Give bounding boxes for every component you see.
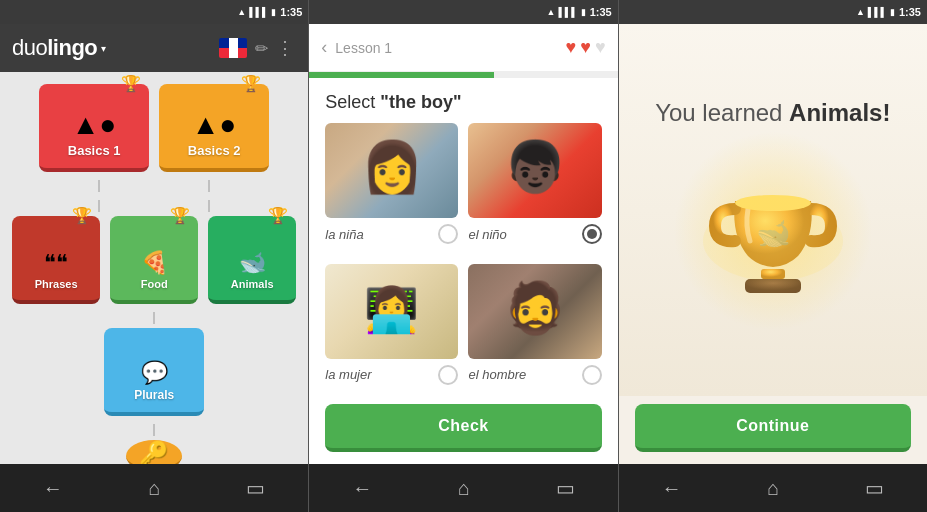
check-button[interactable]: Check [325,404,601,452]
status-bar-panel1: ▲ ▌▌▌ ▮ 1:35 [0,0,308,24]
choice-hombre[interactable]: el hombre [468,264,601,395]
continue-button[interactable]: Continue [635,404,911,452]
recents-button-p1[interactable]: ▭ [230,468,281,508]
nino-label-row: el niño [468,222,601,246]
back-arrow-p2[interactable]: ‹ [321,37,327,58]
basics1-label: Basics 1 [68,143,121,158]
trophy-animals: 🏆 [268,206,288,225]
lock-icon: 🔑 [126,440,182,464]
battery-icon: ▮ [271,7,276,17]
hearts-area: ♥ ♥ ♥ [566,37,606,58]
status-icons-p2: ▲ ▌▌▌ ▮ [547,7,586,17]
bottom-nav-p2: ← ⌂ ▭ [309,464,617,512]
animals-icon: 🐋 [239,252,266,274]
skill-animals[interactable]: 🏆 🐋 Animals [208,216,296,304]
home-button-p3[interactable]: ⌂ [751,469,795,508]
wifi-icon-p2: ▲ [547,7,556,17]
duolingo-logo: duolingo ▾ [12,35,106,61]
trophy-basics2: 🏆 [241,74,261,93]
connector-6 [153,424,155,436]
nino-text: el niño [468,227,506,242]
status-time-p3: 1:35 [899,6,921,18]
plurals-label: Plurals [134,388,174,402]
connector-3 [98,200,100,212]
choice-mujer[interactable]: la mujer [325,264,458,395]
recents-button-p3[interactable]: ▭ [849,468,900,508]
image-choices-grid: la niña el niño la mujer el hombre [309,123,617,404]
skills-row-2: 🏆 ❝❝ Phrases 🏆 🍕 Food 🏆 🐋 Animals [12,216,296,304]
basics1-icon: ▲● [72,111,117,139]
status-time-p1: 1:35 [280,6,302,18]
connector-2 [208,180,210,192]
app-header: duolingo ▾ ✏ ⋮ [0,24,308,72]
question-word: "the boy" [380,92,461,112]
battery-icon-p3: ▮ [890,7,895,17]
nino-radio[interactable] [582,224,602,244]
bottom-nav-p3: ← ⌂ ▭ [619,464,927,512]
connector-5 [153,312,155,324]
back-button-p1[interactable]: ← [27,469,79,508]
back-button-p2[interactable]: ← [336,469,388,508]
lock-symbol: 🔑 [139,440,169,464]
connector-4 [208,200,210,212]
mujer-radio[interactable] [438,365,458,385]
logo-dropdown-arrow[interactable]: ▾ [101,43,106,54]
phrases-label: Phrases [35,278,78,290]
phrases-icon: ❝❝ [44,252,68,274]
food-label: Food [141,278,168,290]
skill-food[interactable]: 🏆 🍕 Food [110,216,198,304]
basics2-icon: ▲● [192,111,237,139]
hombre-radio[interactable] [582,365,602,385]
back-button-p3[interactable]: ← [646,469,698,508]
nina-radio[interactable] [438,224,458,244]
skill-plurals[interactable]: 💬 Plurals [104,328,204,416]
question-text: Select "the boy" [309,78,617,123]
signal-icon: ▌▌▌ [249,7,268,17]
language-flag[interactable] [219,38,247,58]
completion-content: You learned Animals! [619,24,927,396]
edit-icon[interactable]: ✏ [255,39,268,58]
trophy-phrases: 🏆 [72,206,92,225]
hombre-label-row: el hombre [468,363,601,387]
trophy-container: 🐋 [693,151,853,311]
nino-image [468,123,601,218]
skills-container: 🏆 ▲● Basics 1 🏆 ▲● Basics 2 🏆 ❝❝ [0,72,308,464]
mujer-image [325,264,458,359]
choice-nino[interactable]: el niño [468,123,601,254]
skill-basics1[interactable]: 🏆 ▲● Basics 1 [39,84,149,172]
header-right-actions: ✏ ⋮ [219,37,296,59]
skills-row-1: 🏆 ▲● Basics 1 🏆 ▲● Basics 2 [39,84,269,172]
trophy-basics1: 🏆 [121,74,141,93]
completion-title: You learned Animals! [655,99,890,127]
hombre-image [468,264,601,359]
status-bar-panel2: ▲ ▌▌▌ ▮ 1:35 [309,0,617,24]
title-pre: You learned [655,99,789,126]
trophy-food: 🏆 [170,206,190,225]
nina-label-row: la niña [325,222,458,246]
heart-2: ♥ [580,37,591,58]
recents-button-p2[interactable]: ▭ [540,468,591,508]
skill-phrases[interactable]: 🏆 ❝❝ Phrases [12,216,100,304]
skills-map-panel: ▲ ▌▌▌ ▮ 1:35 duolingo ▾ ✏ ⋮ 🏆 ▲● Basics … [0,0,308,512]
logo-text: duolingo [12,35,97,61]
heart-3: ♥ [595,37,606,58]
basics2-label: Basics 2 [188,143,241,158]
battery-icon-p2: ▮ [581,7,586,17]
nina-text: la niña [325,227,363,242]
home-button-p1[interactable]: ⌂ [133,469,177,508]
animals-label: Animals [231,278,274,290]
wifi-icon-p3: ▲ [856,7,865,17]
trophy-glow [673,131,873,331]
bottom-nav-p1: ← ⌂ ▭ [0,464,308,512]
food-icon: 🍕 [141,252,168,274]
choice-nina[interactable]: la niña [325,123,458,254]
heart-1: ♥ [566,37,577,58]
skill-basics2[interactable]: 🏆 ▲● Basics 2 [159,84,269,172]
lesson-title: Lesson 1 [335,40,557,56]
mujer-text: la mujer [325,367,371,382]
hombre-text: el hombre [468,367,526,382]
home-button-p2[interactable]: ⌂ [442,469,486,508]
title-bold: Animals! [789,99,890,126]
wifi-icon: ▲ [237,7,246,17]
more-options-icon[interactable]: ⋮ [276,37,296,59]
